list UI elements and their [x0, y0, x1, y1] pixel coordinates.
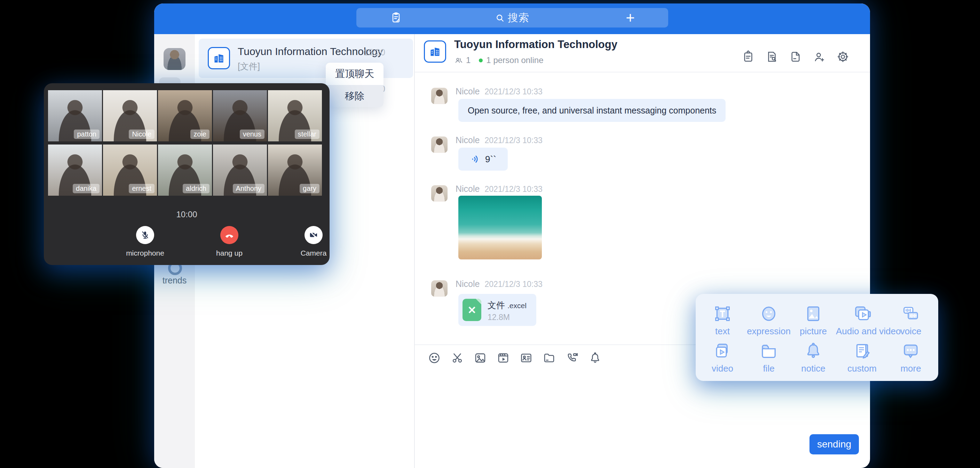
- video-tile[interactable]: aldrich: [158, 144, 212, 196]
- video-tile[interactable]: patton: [48, 90, 102, 141]
- send-image-icon[interactable]: [474, 351, 487, 364]
- add-member-icon[interactable]: [813, 50, 826, 63]
- voice-bubbles-icon: [900, 303, 921, 324]
- panel-item-voice[interactable]: voice: [885, 303, 937, 337]
- panel-item-audio-video[interactable]: Audio and video: [836, 303, 888, 337]
- file-name: 文件 .excel: [488, 299, 527, 311]
- chat-subheader: 1 1 person online: [454, 55, 543, 65]
- search-bar[interactable]: 搜索 +: [356, 8, 668, 27]
- text-frame-icon: [713, 303, 733, 324]
- picture-icon: [803, 303, 823, 324]
- avatar[interactable]: [431, 185, 447, 201]
- participant-name: ernest: [129, 184, 154, 193]
- participant-name: danika: [73, 184, 100, 193]
- online-status: 1 person online: [486, 55, 543, 65]
- conversation-context-menu: 置顶聊天 移除: [326, 63, 383, 107]
- video-tile[interactable]: stellar: [268, 90, 322, 141]
- panel-item-more[interactable]: more: [885, 341, 937, 374]
- participant-name: Anthony: [233, 184, 264, 193]
- search-input[interactable]: 搜索: [356, 11, 668, 25]
- video-tile[interactable]: Anthony: [213, 144, 267, 196]
- edit-doc-icon: [852, 341, 872, 361]
- hang-up-button[interactable]: [220, 226, 239, 244]
- add-plus-button[interactable]: +: [626, 9, 635, 27]
- announcement-icon[interactable]: [741, 50, 755, 63]
- group-file-icon[interactable]: [789, 50, 802, 63]
- panel-item-picture[interactable]: picture: [787, 303, 839, 337]
- menu-item-remove[interactable]: 移除: [326, 85, 383, 107]
- participant-name: Nicole: [129, 129, 154, 139]
- participant-name: aldrich: [183, 184, 210, 193]
- participant-name: stellar: [295, 129, 320, 139]
- group-building-icon: [424, 40, 446, 63]
- microphone-mute-button[interactable]: [136, 226, 154, 244]
- send-file-folder-icon[interactable]: [542, 351, 556, 364]
- file-size: 12.8M: [488, 313, 510, 322]
- call-duration: 10:00: [44, 209, 329, 219]
- text-message-bubble[interactable]: Open source, free, and universal instant…: [458, 99, 725, 122]
- send-video-icon[interactable]: [496, 351, 510, 364]
- screenshot-stage: 搜索 + trends Tuoyun Information Technolo: [0, 0, 980, 468]
- mic-off-icon: [140, 230, 150, 240]
- chat-record-search-icon[interactable]: [765, 50, 778, 63]
- camera-off-icon: [308, 230, 319, 240]
- video-tile[interactable]: zoie: [158, 90, 212, 141]
- top-header-bar: 搜索 +: [154, 3, 870, 34]
- voice-message-bubble[interactable]: 9``: [458, 148, 508, 171]
- sidebar-item-trends[interactable]: trends: [154, 275, 195, 286]
- message-meta: Nicole2021/12/3 10:33: [455, 279, 542, 289]
- emoji-icon[interactable]: [428, 351, 441, 364]
- voice-duration: 9``: [485, 154, 496, 165]
- message-meta: Nicole2021/12/3 10:33: [455, 86, 542, 96]
- panel-item-custom[interactable]: custom: [836, 341, 888, 374]
- contact-card-icon[interactable]: [520, 351, 533, 364]
- conversation-time: 15:20: [349, 47, 385, 58]
- hang-up-label: hang up: [202, 249, 257, 257]
- video-tile[interactable]: danika: [48, 144, 102, 196]
- message-toolbar: [428, 351, 602, 364]
- voice-wave-icon: [470, 153, 481, 165]
- search-icon: [495, 13, 505, 23]
- folder-icon: [759, 341, 779, 361]
- video-call-icon[interactable]: [566, 351, 579, 364]
- bell-icon: [803, 341, 823, 361]
- avatar[interactable]: [431, 280, 447, 297]
- chat-title: Tuoyun Information Technology: [454, 38, 617, 51]
- hang-up-icon: [224, 230, 235, 241]
- play-media-icon: [852, 303, 872, 324]
- online-dot: [479, 59, 483, 62]
- send-button[interactable]: sending: [810, 434, 859, 454]
- camera-toggle-button[interactable]: [304, 226, 323, 244]
- video-call-panel: patton Nicole zoie venus stellar danika …: [44, 83, 329, 265]
- video-tile[interactable]: gary: [268, 144, 322, 196]
- member-count: 1: [466, 55, 471, 65]
- notice-bell-icon[interactable]: [589, 351, 602, 364]
- panel-item-text[interactable]: text: [696, 303, 749, 337]
- camera-label: Camera: [286, 249, 341, 257]
- video-tile[interactable]: venus: [213, 90, 267, 141]
- user-avatar[interactable]: [164, 48, 186, 70]
- group-building-icon: [208, 47, 230, 69]
- settings-gear-icon[interactable]: [836, 50, 850, 63]
- message-type-panel: text expression picture: [696, 294, 938, 381]
- more-bubble-icon: [900, 341, 921, 361]
- message-meta: Nicole2021/12/3 10:33: [455, 184, 542, 194]
- avatar[interactable]: [431, 88, 447, 104]
- image-message-beach[interactable]: [458, 196, 542, 259]
- participant-name: venus: [240, 129, 264, 139]
- conversation-last-message: [文件]: [238, 61, 260, 72]
- participant-name: zoie: [190, 129, 210, 139]
- smiley-icon: [759, 303, 779, 324]
- avatar[interactable]: [431, 136, 447, 153]
- excel-file-icon: ✕: [463, 299, 481, 321]
- video-tile[interactable]: Nicole: [103, 90, 157, 141]
- play-media-icon: [713, 341, 733, 361]
- panel-item-notice[interactable]: notice: [787, 341, 839, 374]
- panel-item-video[interactable]: video: [696, 341, 749, 374]
- menu-item-pin-chat[interactable]: 置顶聊天: [326, 63, 383, 85]
- chat-header-actions: [741, 50, 850, 63]
- video-tile[interactable]: ernest: [103, 144, 157, 196]
- members-icon: [454, 56, 463, 65]
- screenshot-scissors-icon[interactable]: [451, 351, 464, 364]
- participant-name: patton: [74, 129, 100, 139]
